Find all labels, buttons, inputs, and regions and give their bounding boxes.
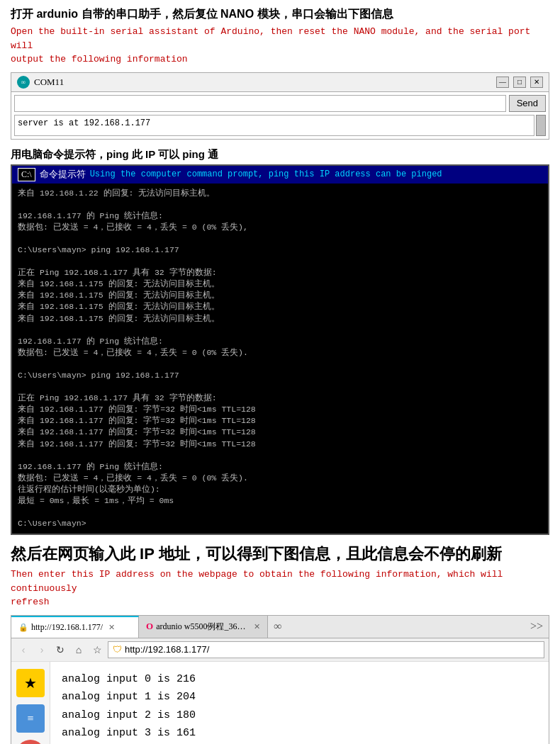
- close-button[interactable]: ✕: [530, 77, 543, 88]
- cmd-line: [18, 359, 542, 370]
- com-window: ∞ COM11 — □ ✕ Send server is at 192.168.…: [11, 72, 549, 140]
- com-body: Send server is at 192.168.1.177: [11, 92, 549, 139]
- home-button[interactable]: ⌂: [71, 642, 86, 658]
- com-output-area: server is at 192.168.1.177: [14, 115, 546, 136]
- tab2-close-icon[interactable]: ✕: [254, 622, 260, 631]
- browser-tab-2[interactable]: O ardunio w5500例程_360搜索 ✕: [139, 616, 268, 638]
- cmd-line: [18, 450, 542, 461]
- cmd-line: 数据包: 已发送 = 4，已接收 = 4，丢失 = 0 (0% 丢失),: [18, 222, 542, 233]
- cmd-line: 正在 Ping 192.168.1.177 具有 32 字节的数据:: [18, 267, 542, 278]
- cmd-title-cn: 命令提示符: [40, 168, 86, 181]
- browser-window: 🔒 http://192.168.1.177/ ✕ O ardunio w550…: [11, 615, 549, 744]
- tab2-label: ardunio w5500例程_360搜索: [156, 621, 248, 633]
- cmd-window: C:\ 命令提示符 Using the computer command pro…: [11, 164, 549, 536]
- cmd-line: 往返行程的估计时间(以毫秒为单位):: [18, 484, 542, 495]
- send-button[interactable]: Send: [509, 95, 546, 112]
- com-input[interactable]: [14, 95, 506, 112]
- cmd-line: [18, 233, 542, 244]
- cmd-line: [18, 256, 542, 267]
- tab2-search-icon: O: [146, 621, 153, 632]
- star-nav-icon: ☆: [93, 644, 102, 655]
- cmd-line: [18, 507, 542, 518]
- cmd-line: 来自 192.168.1.22 的回复: 无法访问目标主机。: [18, 188, 542, 199]
- cmd-icon: C:\: [18, 168, 35, 181]
- cmd-line: 192.168.1.177 的 Ping 统计信息:: [18, 461, 542, 473]
- cmd-line: 来自 192.168.1.177 的回复: 字节=32 时间<1ms TTL=1…: [18, 439, 542, 450]
- analog-line: analog input 3 is 161: [62, 724, 537, 743]
- section1-title-en: Open the built-in serial assistant of Ar…: [11, 25, 549, 67]
- cmd-title-en: Using the computer command prompt, ping …: [90, 169, 442, 179]
- cmd-line: [18, 381, 542, 393]
- forward-icon: ›: [40, 644, 44, 655]
- star-icon: ★: [24, 675, 37, 692]
- sidebar-icon-weibo[interactable]: 微: [16, 740, 45, 744]
- close-icon: ✕: [534, 78, 539, 86]
- address-bar[interactable]: 🛡 http://192.168.1.177/: [108, 641, 544, 658]
- browser-tabs: 🔒 http://192.168.1.177/ ✕ O ardunio w550…: [11, 616, 549, 638]
- browser-content-wrapper: ★ ≡ 微 @ 📁 analog input 0 is 216analog in…: [11, 662, 549, 744]
- cmd-line: [18, 199, 542, 210]
- tab1-label: http://192.168.1.177/: [31, 622, 103, 633]
- address-text: http://192.168.1.177/: [125, 644, 209, 655]
- more-icon: >>: [530, 620, 543, 633]
- cmd-line: 来自 192.168.1.177 的回复: 字节=32 时间<1ms TTL=1…: [18, 415, 542, 427]
- refresh-icon: ↻: [56, 644, 65, 655]
- star-nav-button[interactable]: ☆: [89, 642, 105, 658]
- sidebar-icon-doc[interactable]: ≡: [16, 704, 45, 733]
- cmd-line: 正在 Ping 192.168.1.177 具有 32 字节的数据:: [18, 393, 542, 404]
- tab-spacer: [288, 616, 525, 638]
- browser-tab-1[interactable]: 🔒 http://192.168.1.177/ ✕: [11, 616, 139, 638]
- com-scrollbar[interactable]: [536, 115, 546, 136]
- cmd-line: C:\Users\mayn>: [18, 518, 542, 529]
- cmd-line: 来自 192.168.1.175 的回复: 无法访问目标主机。: [18, 290, 542, 301]
- cmd-line: 来自 192.168.1.177 的回复: 字节=32 时间<1ms TTL=1…: [18, 427, 542, 438]
- maximize-icon: □: [517, 78, 522, 86]
- back-button[interactable]: ‹: [16, 642, 31, 658]
- section1-title-cn: 打开 ardunio 自带的串口助手，然后复位 NANO 模块，串口会输出下图信…: [11, 7, 549, 22]
- cmd-line: 数据包: 已发送 = 4，已接收 = 4，丢失 = 0 (0% 丢失).: [18, 347, 542, 359]
- infinity-icon: ∞: [274, 620, 281, 633]
- cmd-line: 来自 192.168.1.175 的回复: 无法访问目标主机。: [18, 278, 542, 290]
- maximize-button[interactable]: □: [513, 77, 526, 88]
- analog-line: analog input 2 is 180: [62, 706, 537, 725]
- analog-line: analog input 1 is 204: [62, 688, 537, 706]
- forward-button[interactable]: ›: [34, 642, 50, 658]
- cmd-body: 来自 192.168.1.22 的回复: 无法访问目标主机。 192.168.1…: [12, 184, 548, 534]
- com-output: server is at 192.168.1.177: [14, 115, 534, 136]
- refresh-button[interactable]: ↻: [52, 642, 68, 658]
- com-title-text: COM11: [34, 77, 64, 88]
- tab-more-button[interactable]: >>: [525, 616, 549, 638]
- section2-block: 然后在网页输入此 IP 地址，可以得到下图信息，且此信息会不停的刷新 Then …: [11, 543, 549, 609]
- analog-line: analog input 0 is 216: [62, 670, 537, 689]
- com-input-row: Send: [14, 95, 546, 112]
- shield-icon: 🛡: [113, 644, 122, 655]
- back-icon: ‹: [22, 644, 26, 655]
- cmd-line: 192.168.1.177 的 Ping 统计信息:: [18, 336, 542, 347]
- com-title-area: ∞ COM11: [17, 76, 64, 89]
- doc-icon: ≡: [27, 712, 33, 725]
- cmd-line: 192.168.1.177 的 Ping 统计信息:: [18, 210, 542, 222]
- cmd-line: 来自 192.168.1.177 的回复: 字节=32 时间<1ms TTL=1…: [18, 404, 542, 415]
- new-tab-button[interactable]: ∞: [268, 616, 287, 638]
- com-output-text: server is at 192.168.1.177: [18, 118, 531, 128]
- sidebar-icon-star[interactable]: ★: [16, 669, 45, 697]
- cmd-line: [18, 325, 542, 336]
- com-window-controls: — □ ✕: [496, 77, 543, 88]
- browser-page-content: analog input 0 is 216analog input 1 is 2…: [50, 662, 549, 744]
- cmd-line: 最短 = 0ms，最长 = 1ms，平均 = 0ms: [18, 495, 542, 507]
- browser-navbar: ‹ › ↻ ⌂ ☆ 🛡 http://192.168.1.177/: [11, 638, 549, 662]
- cmd-line: 数据包: 已发送 = 4，已接收 = 4，丢失 = 0 (0% 丢失).: [18, 473, 542, 484]
- browser-sidebar: ★ ≡ 微 @ 📁: [11, 662, 50, 744]
- ping-section-title: 用电脑命令提示符，ping 此 IP 可以 ping 通: [11, 148, 549, 162]
- cmd-line: C:\Users\mayn> ping 192.168.1.177: [18, 370, 542, 381]
- minimize-button[interactable]: —: [496, 77, 509, 88]
- cmd-titlebar: C:\ 命令提示符 Using the computer command pro…: [12, 166, 548, 184]
- cmd-line: 来自 192.168.1.175 的回复: 无法访问目标主机。: [18, 313, 542, 325]
- cmd-line: 来自 192.168.1.175 的回复: 无法访问目标主机。: [18, 301, 542, 312]
- com-titlebar: ∞ COM11 — □ ✕: [11, 73, 549, 92]
- tab1-lock-icon: 🔒: [18, 623, 28, 632]
- home-icon: ⌂: [76, 644, 82, 655]
- tab1-close-icon[interactable]: ✕: [108, 623, 115, 632]
- cmd-line: C:\Users\mayn> ping 192.168.1.177: [18, 244, 542, 256]
- arduino-icon: ∞: [17, 76, 30, 89]
